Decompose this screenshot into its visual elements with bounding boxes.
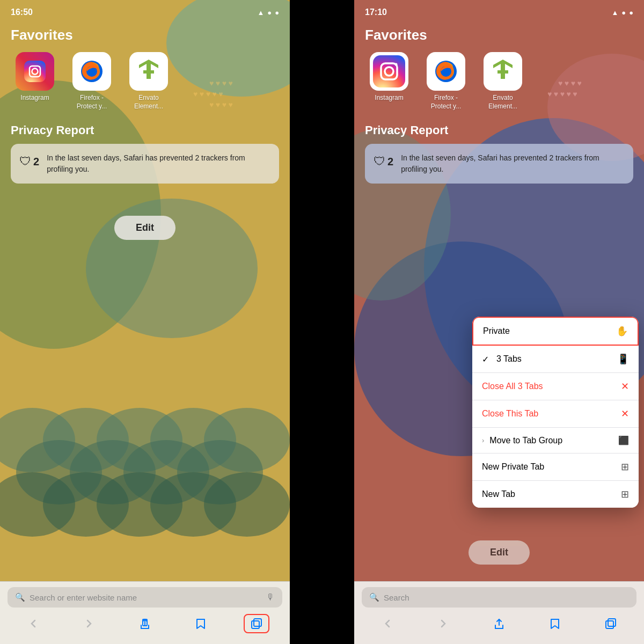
instagram-logo	[16, 52, 54, 91]
left-fav-firefox[interactable]: Firefox -Protect y...	[68, 52, 116, 111]
left-search-bar[interactable]: 🔍 Search or enter website name 🎙	[8, 587, 282, 608]
right-forward-button[interactable]	[430, 614, 456, 633]
right-favorites-row: Instagram Firefox -Protect y...	[365, 52, 633, 111]
left-privacy-title: Privacy Report	[11, 123, 279, 137]
svg-rect-28	[252, 621, 259, 628]
right-share-button[interactable]	[486, 614, 512, 633]
left-instagram-icon	[16, 52, 54, 91]
left-search-row: 🔍 Search or enter website name 🎙	[0, 582, 290, 611]
right-firefox-icon	[427, 52, 465, 91]
left-favorites-title: Favorites	[11, 27, 279, 43]
left-fav-envato[interactable]: EnvatoElement...	[125, 52, 173, 111]
left-shield-icon: 🛡	[19, 155, 31, 169]
right-fav-firefox[interactable]: Firefox -Protect y...	[422, 52, 470, 111]
right-edit-button[interactable]: Edit	[469, 540, 530, 565]
right-search-bar[interactable]: 🔍 Search	[362, 587, 636, 608]
menu-new-tab-label: New Tab	[482, 489, 515, 499]
right-status-bar: 17:10 ▲●●	[354, 0, 644, 21]
left-firefox-icon	[72, 52, 111, 91]
left-envato-icon	[129, 52, 168, 91]
firefox-logo	[76, 55, 108, 87]
left-status-bar: 16:50 ▲●●	[0, 0, 290, 21]
menu-item-close-this[interactable]: Close This Tab ✕	[472, 400, 639, 428]
left-back-button[interactable]	[20, 614, 46, 633]
left-bookmarks-button[interactable]	[188, 614, 214, 633]
left-bottom-bar: 🔍 Search or enter website name 🎙	[0, 581, 290, 644]
svg-rect-44	[608, 619, 616, 626]
right-tabs-button[interactable]	[598, 614, 624, 633]
right-fav-envato[interactable]: EnvatoElement...	[479, 52, 527, 111]
close-all-text: Close All 3 Tabs	[482, 382, 543, 391]
svg-point-23	[39, 66, 40, 68]
right-shield-icon: 🛡	[374, 155, 385, 169]
right-favorites-title: Favorites	[365, 27, 633, 43]
context-menu: Private ✋ ✓ 3 Tabs 📱 Close All 3 Tabs ✕ …	[472, 317, 639, 508]
left-tabs-button[interactable]	[244, 614, 269, 633]
left-status-icons: ▲●●	[257, 9, 279, 17]
menu-3tabs-label: ✓ 3 Tabs	[482, 354, 522, 364]
new-tab-icon: ⊞	[621, 488, 629, 500]
new-private-icon: ⊞	[621, 461, 629, 473]
menu-arrow-icon: ›	[482, 436, 484, 444]
left-edit-container: Edit	[0, 216, 290, 240]
right-tracker-count: 2	[387, 156, 393, 168]
menu-move-group-label: › Move to Tab Group	[482, 436, 562, 445]
left-fav-instagram[interactable]: Instagram	[11, 52, 59, 111]
right-fav-instagram-label: Instagram	[375, 94, 403, 103]
left-fav-envato-label: EnvatoElement...	[134, 94, 163, 111]
right-privacy-card[interactable]: 🛡 2 In the last seven days, Safari has p…	[365, 144, 633, 184]
private-icon: ✋	[616, 325, 628, 337]
close-all-icon: ✕	[621, 380, 629, 392]
menu-close-all-label: Close All 3 Tabs	[482, 382, 543, 391]
envato-logo	[133, 55, 165, 87]
left-phone: ♥ ♥ ♥ ♥ ♥ ♥ ♥ ♥ ♥ ♥ ♥ ♥ ♥ 16:50 ▲●● Favo…	[0, 0, 290, 644]
svg-rect-36	[373, 55, 405, 87]
envato-logo-right	[487, 55, 519, 87]
menu-item-new-private[interactable]: New Private Tab ⊞	[472, 453, 639, 481]
menu-check-icon: ✓	[482, 354, 489, 364]
right-bookmarks-button[interactable]	[542, 614, 568, 633]
right-back-button[interactable]	[375, 614, 400, 633]
firefox-logo-right	[430, 55, 462, 87]
left-search-placeholder: Search or enter website name	[30, 593, 262, 602]
right-phone: ♥ ♥ ♥ ♥ ♥ ♥ ♥ ♥ ♥ 17:10 ▲●● Favorites	[354, 0, 644, 644]
left-forward-button[interactable]	[76, 614, 102, 633]
left-privacy-card[interactable]: 🛡 2 In the last seven days, Safari has p…	[11, 144, 279, 184]
left-share-button[interactable]	[132, 614, 158, 633]
menu-item-move-group[interactable]: › Move to Tab Group ⬛	[472, 428, 639, 453]
tabs-text: 3 Tabs	[496, 354, 522, 364]
menu-new-private-label: New Private Tab	[482, 462, 544, 472]
right-fav-instagram[interactable]: Instagram	[365, 52, 413, 111]
right-envato-icon	[484, 52, 522, 91]
right-time: 17:10	[365, 8, 387, 17]
private-text: Private	[483, 326, 510, 336]
left-edit-button[interactable]: Edit	[114, 216, 175, 240]
move-group-icon: ⬛	[618, 435, 629, 445]
right-privacy-icon-block: 🛡 2	[374, 155, 393, 169]
left-time: 16:50	[11, 8, 33, 17]
left-favorites-row: Instagram Firefox -Protect y...	[11, 52, 279, 111]
left-tracker-count: 2	[33, 156, 39, 168]
menu-item-private[interactable]: Private ✋	[472, 317, 639, 346]
new-private-text: New Private Tab	[482, 462, 544, 472]
right-privacy-title: Privacy Report	[365, 123, 633, 137]
move-group-text: Move to Tab Group	[489, 436, 562, 445]
menu-close-this-label: Close This Tab	[482, 409, 538, 419]
svg-point-16	[204, 472, 290, 537]
left-mic-icon[interactable]: 🎙	[266, 592, 275, 602]
right-privacy-text: In the last seven days, Safari has preve…	[401, 152, 625, 175]
close-this-icon: ✕	[621, 408, 629, 420]
right-content: Favorites	[354, 21, 644, 200]
left-privacy-text: In the last seven days, Safari has preve…	[47, 152, 270, 175]
menu-item-close-all[interactable]: Close All 3 Tabs ✕	[472, 373, 639, 400]
right-status-icons: ▲●●	[611, 9, 633, 17]
menu-item-new-tab[interactable]: New Tab ⊞	[472, 481, 639, 508]
right-search-placeholder: Search	[384, 593, 629, 602]
tabs-icon: 📱	[617, 353, 629, 365]
right-search-row: 🔍 Search	[354, 582, 644, 611]
menu-item-3tabs[interactable]: ✓ 3 Tabs 📱	[472, 346, 639, 373]
left-fav-firefox-label: Firefox -Protect y...	[77, 94, 107, 111]
svg-rect-29	[254, 619, 261, 626]
right-toolbar	[354, 611, 644, 644]
svg-rect-43	[606, 621, 613, 628]
